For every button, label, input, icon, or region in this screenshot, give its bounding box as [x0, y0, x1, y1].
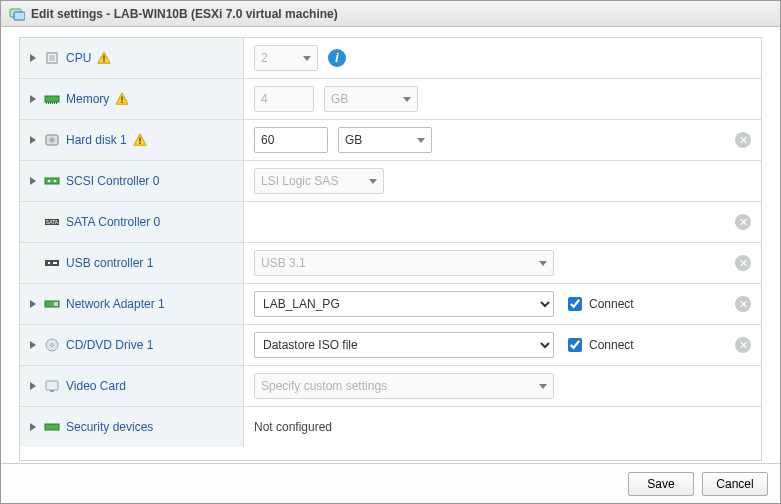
dialog-footer: Save Cancel: [1, 463, 780, 503]
save-button[interactable]: Save: [628, 472, 694, 496]
remove-cddvd1-button[interactable]: [735, 337, 751, 353]
label-security: Security devices: [66, 420, 153, 434]
svg-point-19: [51, 139, 53, 141]
cpu-count-select[interactable]: 2: [254, 45, 318, 71]
svg-rect-13: [56, 102, 57, 104]
label-memory: Memory: [66, 92, 109, 106]
window-title: Edit settings - LAB-WIN10B (ESXi 7.0 vir…: [31, 7, 338, 21]
svg-rect-37: [45, 424, 59, 430]
chevron-down-icon: [417, 138, 425, 143]
security-status-text: Not configured: [254, 420, 332, 434]
net1-portgroup-select[interactable]: LAB_LAN_PG: [254, 291, 554, 317]
cddvd1-source-select[interactable]: Datastore ISO file: [254, 332, 554, 358]
svg-point-25: [54, 180, 57, 183]
row-video: Video Card Specify custom settings: [20, 365, 761, 406]
row-harddisk1: Hard disk 1 GB: [20, 119, 761, 160]
expander-sata0-placeholder: [30, 218, 38, 226]
row-security: Security devices Not configured: [20, 406, 761, 447]
memory-icon: [44, 92, 60, 106]
cddvd1-connect-checkbox[interactable]: Connect: [564, 335, 634, 355]
usb-icon: [44, 256, 60, 270]
svg-rect-15: [122, 96, 123, 100]
svg-rect-12: [54, 102, 55, 104]
label-scsi0: SCSI Controller 0: [66, 174, 159, 188]
network-adapter-icon: [44, 297, 60, 311]
settings-panel: CPU 2 i: [19, 37, 762, 461]
remove-net1-button[interactable]: [735, 296, 751, 312]
warning-icon: [133, 133, 147, 147]
expander-video[interactable]: [30, 382, 38, 390]
svg-rect-32: [54, 302, 58, 306]
expander-memory[interactable]: [30, 95, 38, 103]
svg-point-34: [51, 344, 54, 347]
chevron-down-icon: [539, 384, 547, 389]
label-usb1: USB controller 1: [66, 256, 153, 270]
svg-rect-35: [46, 381, 58, 390]
row-cddvd1: CD/DVD Drive 1 Datastore ISO file Connec…: [20, 324, 761, 365]
label-cpu: CPU: [66, 51, 91, 65]
warning-icon: [97, 51, 111, 65]
svg-rect-9: [48, 102, 49, 104]
svg-rect-3: [49, 55, 55, 61]
svg-rect-36: [50, 390, 54, 392]
titlebar: Edit settings - LAB-WIN10B (ESXi 7.0 vir…: [1, 1, 780, 27]
harddisk1-unit-select[interactable]: GB: [338, 127, 432, 153]
security-device-icon: [44, 420, 60, 434]
dialog-window: Edit settings - LAB-WIN10B (ESXi 7.0 vir…: [0, 0, 781, 504]
svg-rect-8: [46, 102, 47, 104]
chevron-down-icon: [539, 261, 547, 266]
row-usb1: USB controller 1 USB 3.1: [20, 242, 761, 283]
info-icon[interactable]: i: [328, 49, 346, 67]
label-sata0: SATA Controller 0: [66, 215, 160, 229]
expander-cpu[interactable]: [30, 54, 38, 62]
chevron-down-icon: [369, 179, 377, 184]
cpu-icon: [44, 51, 60, 65]
svg-rect-30: [53, 262, 57, 264]
svg-text:SATA: SATA: [46, 219, 59, 225]
label-harddisk1: Hard disk 1: [66, 133, 127, 147]
svg-rect-6: [104, 61, 105, 62]
row-cpu: CPU 2 i: [20, 38, 761, 78]
cancel-button[interactable]: Cancel: [702, 472, 768, 496]
svg-rect-7: [45, 96, 59, 102]
scsi0-type-select[interactable]: LSI Logic SAS: [254, 168, 384, 194]
usb1-type-select[interactable]: USB 3.1: [254, 250, 554, 276]
svg-rect-1: [14, 12, 25, 20]
warning-icon: [115, 92, 129, 106]
svg-rect-11: [52, 102, 53, 104]
harddisk1-size-input[interactable]: [254, 127, 328, 153]
remove-usb1-button[interactable]: [735, 255, 751, 271]
expander-usb1-placeholder: [30, 259, 38, 267]
vm-settings-icon: [9, 7, 25, 21]
svg-point-29: [48, 262, 50, 264]
expander-harddisk1[interactable]: [30, 136, 38, 144]
cddvd-icon: [44, 338, 60, 352]
row-net1: Network Adapter 1 LAB_LAN_PG Connect: [20, 283, 761, 324]
sata-icon: SATA: [44, 215, 60, 229]
chevron-down-icon: [303, 56, 311, 61]
row-sata0: SATA SATA Controller 0: [20, 201, 761, 242]
row-memory: Memory GB: [20, 78, 761, 119]
row-scsi0: SCSI Controller 0 LSI Logic SAS: [20, 160, 761, 201]
label-net1: Network Adapter 1: [66, 297, 165, 311]
memory-unit-select[interactable]: GB: [324, 86, 418, 112]
video-card-icon: [44, 379, 60, 393]
remove-harddisk1-button[interactable]: [735, 132, 751, 148]
scsi-icon: [44, 174, 60, 188]
chevron-down-icon: [403, 97, 411, 102]
label-video: Video Card: [66, 379, 126, 393]
svg-point-24: [48, 180, 51, 183]
svg-rect-16: [122, 102, 123, 103]
svg-rect-23: [45, 178, 59, 184]
video-settings-select[interactable]: Specify custom settings: [254, 373, 554, 399]
net1-connect-checkbox[interactable]: Connect: [564, 294, 634, 314]
svg-rect-10: [50, 102, 51, 104]
expander-scsi0[interactable]: [30, 177, 38, 185]
label-cddvd1: CD/DVD Drive 1: [66, 338, 153, 352]
expander-cddvd1[interactable]: [30, 341, 38, 349]
remove-sata0-button[interactable]: [735, 214, 751, 230]
expander-net1[interactable]: [30, 300, 38, 308]
svg-rect-21: [139, 137, 140, 141]
memory-size-input[interactable]: [254, 86, 314, 112]
expander-security[interactable]: [30, 423, 38, 431]
